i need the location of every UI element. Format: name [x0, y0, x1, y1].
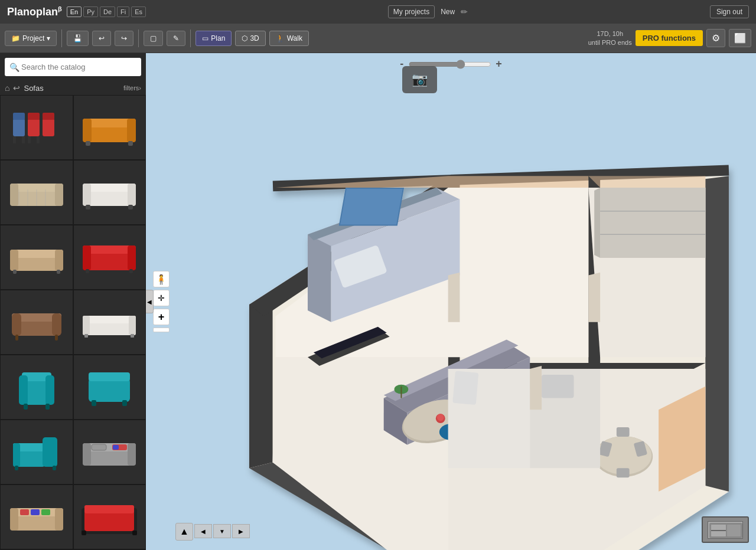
lang-de[interactable]: De — [100, 6, 115, 17]
svg-rect-41 — [129, 269, 133, 273]
svg-rect-32 — [10, 250, 18, 271]
svg-rect-139 — [617, 468, 630, 477]
project-button[interactable]: 📁 Project ▾ — [5, 31, 57, 46]
draw-icon: ✎ — [173, 34, 179, 42]
camera-button[interactable]: 📷 — [402, 66, 437, 93]
canvas-area[interactable]: - + 📷 🧍 ✛ + — [146, 53, 756, 550]
zoom-in-button[interactable]: + — [153, 309, 170, 325]
catalog-item-2[interactable] — [73, 95, 146, 160]
catalog-item-1[interactable] — [0, 95, 73, 160]
cube-icon: ⬡ — [242, 34, 247, 42]
svg-rect-34 — [13, 270, 17, 274]
catalog-item-13[interactable] — [0, 484, 73, 549]
plan-view-button[interactable]: ▭ Plan — [195, 31, 232, 46]
floorplan-canvas[interactable] — [158, 71, 756, 550]
svg-rect-61 — [89, 372, 130, 381]
new-button[interactable]: New — [437, 6, 458, 18]
settings-button[interactable]: ⚙ — [706, 29, 725, 47]
zoom-plus-button[interactable]: + — [496, 58, 502, 70]
redo-icon: ↪ — [121, 34, 127, 42]
save-icon: 💾 — [73, 34, 82, 42]
mini-nav-up[interactable]: ▲ — [175, 523, 193, 541]
my-projects-button[interactable]: My projects — [388, 5, 435, 18]
edit-icon[interactable]: ✏ — [461, 7, 468, 17]
walk-view-button[interactable]: 🚶 Walk — [269, 31, 309, 46]
collapse-sidebar-button[interactable]: ◀ — [146, 290, 154, 313]
svg-rect-8 — [28, 136, 31, 143]
svg-rect-29 — [128, 205, 133, 209]
svg-rect-68 — [15, 466, 18, 470]
svg-marker-149 — [448, 273, 460, 322]
svg-rect-19 — [55, 184, 63, 206]
svg-rect-50 — [83, 316, 90, 335]
back-icon[interactable]: ↩ — [13, 83, 20, 93]
catalog-item-5[interactable] — [0, 225, 73, 290]
mini-nav-down[interactable]: ▼ — [213, 524, 231, 538]
sign-out-button[interactable]: Sign out — [710, 5, 749, 18]
mini-navigation: ▲ ◀ ▼ ▶ — [175, 523, 250, 541]
catalog-item-4[interactable] — [73, 160, 146, 225]
search-input[interactable] — [5, 58, 141, 76]
svg-rect-51 — [129, 316, 136, 335]
svg-rect-40 — [86, 269, 89, 273]
svg-rect-146 — [452, 371, 478, 405]
select-tool-button[interactable]: ▢ — [144, 31, 163, 46]
plan-icon: ▭ — [202, 34, 208, 42]
filters-button[interactable]: filters› — [123, 84, 141, 91]
walk-label: Walk — [287, 34, 302, 42]
home-icon[interactable]: ⌂ — [5, 83, 9, 93]
breadcrumb: ⌂ ↩ Sofas filters› — [0, 81, 146, 95]
logo-area: Planoplanβ En Ру De Fi Es — [7, 5, 146, 18]
svg-rect-82 — [31, 509, 40, 515]
pro-functions-button[interactable]: PRO functions — [636, 30, 703, 46]
draw-tool-button[interactable]: ✎ — [167, 31, 185, 46]
svg-point-132 — [437, 414, 444, 421]
catalog-item-3[interactable] — [0, 160, 73, 225]
svg-rect-18 — [10, 184, 18, 206]
svg-rect-74 — [92, 444, 106, 450]
redo-button[interactable]: ↪ — [115, 31, 133, 46]
svg-marker-115 — [308, 234, 331, 322]
toolbar: 📁 Project ▾ 💾 ↩ ↪ ▢ ✎ ▭ Plan ⬡ 3D 🚶 Walk… — [0, 24, 756, 53]
svg-rect-38 — [83, 245, 91, 270]
svg-rect-85 — [84, 511, 134, 531]
svg-rect-147 — [542, 375, 573, 398]
svg-rect-63 — [122, 400, 127, 406]
svg-rect-44 — [12, 313, 21, 336]
svg-rect-79 — [10, 508, 18, 531]
svg-rect-3 — [13, 113, 25, 120]
catalog-item-14[interactable] — [73, 484, 146, 549]
svg-rect-12 — [83, 119, 92, 142]
category-label: Sofas — [24, 84, 43, 93]
catalog-item-10[interactable] — [73, 355, 146, 420]
save-button[interactable]: 💾 — [67, 31, 89, 46]
minimap-inner — [708, 521, 743, 539]
person-view-button[interactable]: 🧍 — [153, 271, 170, 287]
catalog-item-7[interactable] — [0, 290, 73, 355]
undo-button[interactable]: ↩ — [92, 31, 111, 46]
catalog-item-12[interactable] — [73, 420, 146, 484]
svg-rect-80 — [55, 508, 63, 531]
svg-rect-73 — [128, 443, 136, 466]
3d-view-button[interactable]: ⬡ 3D — [235, 31, 265, 46]
move-tool-button[interactable]: ✛ — [153, 290, 170, 306]
lang-es[interactable]: Es — [131, 6, 146, 17]
catalog-item-6[interactable] — [73, 225, 146, 290]
mini-nav-left[interactable]: ◀ — [194, 524, 212, 538]
fullscreen-button[interactable]: ⬜ — [729, 29, 751, 47]
search-area: 🔍 — [0, 53, 146, 81]
project-icon: 📁 — [11, 34, 20, 42]
minimap[interactable] — [702, 516, 749, 543]
catalog-item-9[interactable] — [0, 355, 73, 420]
lang-fi[interactable]: Fi — [117, 6, 129, 17]
lang-en[interactable]: En — [67, 6, 82, 17]
separator-2 — [138, 30, 139, 47]
svg-rect-72 — [83, 443, 91, 466]
svg-rect-138 — [617, 427, 630, 437]
svg-rect-62 — [92, 400, 96, 406]
catalog-item-8[interactable] — [73, 290, 146, 355]
svg-rect-52 — [84, 334, 88, 338]
lang-ru[interactable]: Ру — [83, 6, 98, 17]
mini-nav-right[interactable]: ▶ — [232, 524, 250, 538]
catalog-item-11[interactable] — [0, 420, 73, 484]
